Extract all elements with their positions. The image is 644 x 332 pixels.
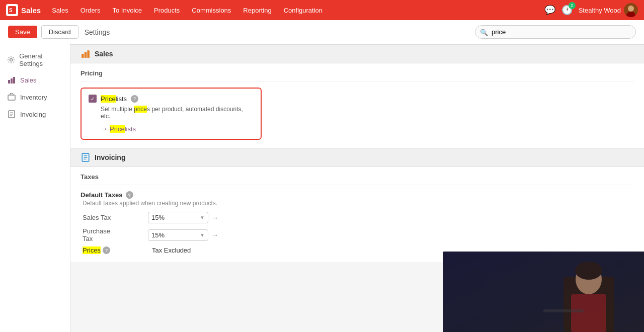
svg-rect-21	[443, 252, 644, 332]
user-info[interactable]: Stealthy Wood	[579, 3, 638, 17]
svg-rect-12	[85, 52, 87, 58]
pricelists-description: Set multiple prices per product, automat…	[101, 106, 254, 120]
toolbar: Save Discard Settings 🔍	[0, 20, 644, 44]
sales-section-title: Sales	[95, 50, 113, 58]
navbar-right: 💬 🕐 2 Stealthy Wood	[544, 3, 638, 17]
notifications-icon[interactable]: 🕐 2	[561, 5, 573, 16]
invoicing-section-title: Invoicing	[95, 153, 125, 161]
purchase-tax-value: 15%	[151, 231, 165, 239]
sidebar-label-general: General Settings	[19, 52, 63, 67]
svg-rect-7	[11, 78, 13, 84]
purchase-tax-label: Purchase Tax	[83, 227, 148, 242]
prices-value: Tax Excluded	[152, 246, 191, 254]
pricelists-highlight: Price	[101, 95, 116, 103]
svg-text:S: S	[9, 8, 13, 13]
prices-info-icon[interactable]: ?	[103, 246, 110, 254]
brand-icon: S	[6, 4, 18, 16]
taxes-subsection: Taxes Default Taxes ? Default taxes appl…	[70, 167, 644, 262]
nav-commissions[interactable]: Commissions	[187, 5, 236, 16]
invoicing-section-header: Invoicing	[70, 148, 644, 167]
sales-tax-label: Sales Tax	[83, 214, 148, 221]
pricelists-arrow-icon: →	[101, 125, 108, 133]
svg-rect-8	[13, 77, 15, 84]
sales-section-header: Sales	[70, 44, 644, 63]
sidebar-item-invoicing[interactable]: Invoicing	[0, 106, 70, 123]
nav-to-invoice[interactable]: To Invoice	[107, 5, 147, 16]
default-taxes-info-icon[interactable]: ?	[126, 191, 133, 199]
sales-tax-row: Sales Tax 15% ▼ →	[80, 212, 634, 223]
discard-button[interactable]: Discard	[41, 25, 78, 39]
sidebar-label-invoicing: Invoicing	[20, 111, 46, 118]
pricing-title: Pricing	[80, 63, 634, 81]
video-overlay	[443, 252, 644, 332]
search-icon: 🔍	[480, 28, 488, 36]
nav-sales[interactable]: Sales	[47, 5, 73, 16]
navbar: S Sales Sales Orders To Invoice Products…	[0, 0, 644, 20]
sidebar-label-sales: Sales	[20, 76, 37, 84]
nav-orders[interactable]: Orders	[75, 5, 106, 16]
pricing-subsection: Pricing Pricelists ? Set multiple prices…	[70, 63, 644, 148]
sidebar-item-general-settings[interactable]: General Settings	[0, 48, 70, 71]
svg-point-3	[628, 6, 634, 12]
save-button[interactable]: Save	[8, 26, 37, 38]
invoicing-icon	[7, 110, 16, 119]
sidebar-item-inventory[interactable]: Inventory	[0, 89, 70, 106]
page-title: Settings	[85, 28, 110, 36]
purchase-tax-select[interactable]: 15% ▼	[148, 229, 208, 241]
search-input[interactable]	[475, 25, 636, 39]
sales-tax-chevron: ▼	[200, 215, 205, 220]
pricelists-label: Pricelists	[101, 95, 127, 103]
nav-products[interactable]: Products	[149, 5, 185, 16]
nav-configuration[interactable]: Configuration	[279, 5, 328, 16]
prices-highlight: Prices	[83, 246, 101, 254]
inventory-icon	[7, 93, 16, 102]
user-avatar	[624, 3, 638, 17]
default-taxes-label: Default Taxes ?	[80, 191, 634, 199]
pricelists-link[interactable]: → Pricelists	[101, 125, 254, 133]
svg-rect-13	[87, 50, 90, 58]
sales-tax-value: 15%	[151, 214, 165, 221]
pricelists-header: Pricelists ?	[89, 95, 254, 103]
pricelists-info-icon[interactable]: ?	[131, 95, 138, 103]
nav-reporting[interactable]: Reporting	[238, 5, 276, 16]
sidebar: General Settings Sales Inventory Invoici…	[0, 44, 70, 332]
svg-rect-11	[82, 54, 84, 58]
taxes-title: Taxes	[80, 167, 634, 185]
sales-icon	[7, 75, 16, 85]
svg-rect-9	[8, 95, 15, 100]
chat-icon[interactable]: 💬	[544, 5, 555, 16]
notification-badge: 2	[569, 2, 576, 9]
pricelists-link-text: Pricelists	[110, 125, 136, 133]
sidebar-item-sales[interactable]: Sales	[0, 71, 70, 89]
prices-label-wrap: Prices ?	[83, 246, 148, 254]
price-highlight-desc: price	[134, 106, 147, 113]
sales-tax-select[interactable]: 15% ▼	[148, 212, 208, 223]
username-label: Stealthy Wood	[579, 7, 621, 14]
brand[interactable]: S Sales	[6, 4, 41, 16]
video-svg	[443, 252, 644, 332]
default-taxes-block: Default Taxes ? Default taxes applied wh…	[80, 191, 634, 207]
purchase-tax-arrow-icon[interactable]: →	[211, 231, 218, 239]
video-inner	[443, 252, 644, 332]
pricelists-checkbox[interactable]	[89, 95, 97, 103]
brand-label: Sales	[21, 6, 41, 15]
sales-section-icon	[80, 49, 91, 59]
search-bar: 🔍	[475, 25, 636, 39]
svg-rect-6	[8, 80, 10, 84]
settings-icon	[7, 55, 15, 64]
default-taxes-desc: Default taxes applied when creating new …	[80, 200, 634, 207]
sales-tax-arrow-icon[interactable]: →	[211, 214, 218, 222]
svg-point-5	[10, 59, 13, 61]
purchase-tax-row: Purchase Tax 15% ▼ →	[80, 227, 634, 242]
invoicing-section-icon	[80, 152, 91, 162]
sidebar-label-inventory: Inventory	[20, 94, 47, 101]
purchase-tax-chevron: ▼	[200, 232, 205, 238]
pricelists-card: Pricelists ? Set multiple prices per pro…	[80, 88, 262, 140]
